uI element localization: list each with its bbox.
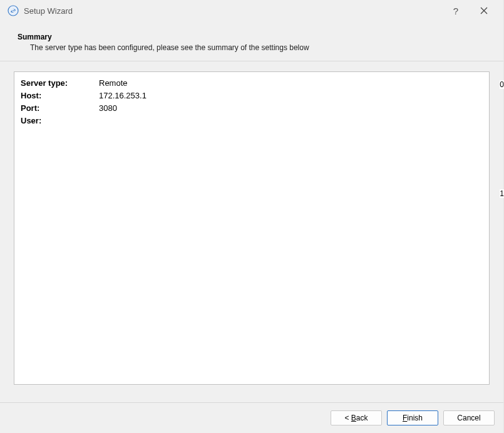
cancel-button[interactable]: Cancel	[443, 410, 495, 425]
svg-point-2	[13, 10, 14, 11]
summary-value: 3080	[99, 102, 117, 115]
titlebar: Setup Wizard ?	[0, 0, 503, 21]
help-icon: ?	[453, 6, 458, 16]
wizard-footer: < Back Finish Cancel	[0, 402, 503, 433]
back-button-label: < Back	[344, 414, 368, 422]
finish-button-label: Finish	[403, 414, 423, 422]
titlebar-controls: ?	[442, 1, 498, 20]
summary-value: Remote	[99, 77, 128, 90]
summary-panel: Server type: Remote Host: 172.16.253.1 P…	[14, 71, 490, 385]
help-button[interactable]: ?	[442, 1, 470, 20]
content-area: Server type: Remote Host: 172.16.253.1 P…	[0, 61, 503, 402]
close-icon	[480, 7, 488, 14]
summary-value: 172.16.253.1	[99, 90, 147, 102]
page-title: Summary	[18, 33, 486, 41]
summary-row-port: Port: 3080	[21, 102, 483, 115]
background-glyph: 1	[500, 189, 504, 198]
summary-row-host: Host: 172.16.253.1	[21, 90, 483, 102]
finish-button[interactable]: Finish	[387, 410, 438, 425]
summary-label: Server type:	[21, 77, 99, 90]
cancel-button-label: Cancel	[457, 414, 480, 422]
summary-label: Port:	[21, 102, 99, 115]
wizard-header: Summary The server type has been configu…	[0, 21, 503, 61]
window-title: Setup Wizard	[24, 6, 442, 16]
summary-row-server-type: Server type: Remote	[21, 77, 483, 90]
page-subtitle: The server type has been configured, ple…	[18, 43, 486, 52]
close-button[interactable]	[470, 1, 498, 20]
app-icon	[8, 5, 19, 16]
back-button[interactable]: < Back	[331, 410, 382, 425]
background-glyph: 0	[500, 80, 504, 89]
summary-label: Host:	[21, 90, 99, 102]
summary-row-user: User:	[21, 115, 483, 127]
summary-label: User:	[21, 115, 99, 127]
wizard-window: Setup Wizard ? Summary The server type h…	[0, 0, 504, 433]
